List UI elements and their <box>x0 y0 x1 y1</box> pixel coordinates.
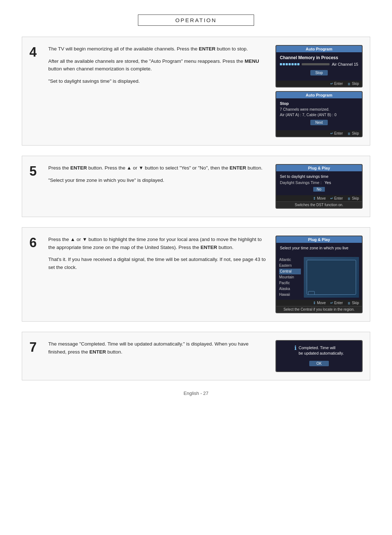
tv-footer-move-label-dst: Move <box>317 196 326 200</box>
step-5-text: Press the ENTER button. Press the ▲ or ▼… <box>48 164 267 209</box>
step-7-screens: ℹ Completed. Time willbe updated automat… <box>275 340 363 372</box>
dot-3 <box>286 63 288 65</box>
tv-dst-section-label: Set to daylight savings time <box>280 174 358 179</box>
section-4: 4 The TV will begin memorizing all of th… <box>22 37 370 146</box>
tv-title-auto-program-1: Auto Program <box>276 46 362 52</box>
page-title: Operation <box>175 17 217 23</box>
tz-alaska: Alaska <box>279 286 301 292</box>
page-number: English - 27 <box>184 391 209 396</box>
tv-footer-move-label-tz: Move <box>317 301 326 305</box>
step-4-para-1: The TV will begin memorizing all of the … <box>48 45 267 53</box>
tv-footer-1: ↵ Enter ⫼ Skip <box>276 81 362 87</box>
tv-footer-enter-2: ↵ Enter <box>330 131 343 135</box>
tv-channel-memory-label: Channel Memory in Process <box>280 55 358 60</box>
tv-footer-tz: ⇕ Move ↵ Enter ⫼ Skip <box>276 300 362 306</box>
tv-ant-info: Air (ANT A) : 7, Cable (ANT B) : 0 <box>280 113 358 117</box>
move-icon-tz: ⇕ <box>313 301 316 305</box>
tv-screen-auto-program-2: Auto Program Stop 7 Channels were memori… <box>275 91 363 137</box>
tv-stop-button: Stop <box>310 70 328 75</box>
step-6-text: Press the ▲ or ▼ button to highlight the… <box>48 236 267 313</box>
tv-screen-dst: Plug & Play Set to daylight savings time… <box>275 164 363 209</box>
tv-body-2: Stop 7 Channels were memorized. Air (ANT… <box>276 98 362 130</box>
section-6: 6 Press the ▲ or ▼ button to highlight t… <box>22 227 370 322</box>
tv-stop-label: Stop <box>280 101 358 106</box>
header-box: Operation <box>138 15 254 26</box>
enter-icon: ↵ <box>330 82 333 86</box>
dot-1 <box>280 63 282 65</box>
step-4-content: The TV will begin memorizing all of the … <box>48 45 363 137</box>
step-number-6: 6 <box>29 236 40 313</box>
tv-body-tz-header: Select your time zone in which you live <box>276 243 362 255</box>
skip-icon-2: ⫼ <box>347 131 351 135</box>
step-4-screens: Auto Program Channel Memory in Process <box>275 45 363 137</box>
tv-footer-skip: ⫼ Skip <box>347 82 359 86</box>
tv-footer-enter-dst: ↵ Enter <box>330 196 343 200</box>
tv-screen-completed: ℹ Completed. Time willbe updated automat… <box>275 340 363 372</box>
tv-tz-section-label: Select your time zone in which you live <box>280 246 358 250</box>
tv-dst-note: Switches the DST function on. <box>276 201 362 208</box>
map-us <box>304 257 359 298</box>
page-footer: English - 27 <box>22 391 370 396</box>
tv-footer-skip-2: ⫼ Skip <box>347 131 359 135</box>
tv-progress-dots <box>280 63 299 65</box>
tv-footer-enter-label-dst: Enter <box>334 196 343 200</box>
tv-title-plug-play-1: Plug & Play <box>276 165 362 171</box>
dot-6 <box>294 63 297 65</box>
tv-footer-enter: ↵ Enter <box>330 82 343 86</box>
tv-footer-enter-label-2: Enter <box>334 131 343 135</box>
tv-footer-2: ↵ Enter ⫼ Skip <box>276 130 362 136</box>
tv-tz-map <box>304 257 359 298</box>
tv-footer-enter-tz: ↵ Enter <box>330 301 343 305</box>
skip-icon-dst: ⫼ <box>347 196 351 200</box>
tv-footer-enter-label-tz: Enter <box>334 301 343 305</box>
tv-title-plug-play-2: Plug & Play <box>276 236 362 243</box>
step-5-para-2: "Select your time zone in which you live… <box>48 176 267 184</box>
skip-icon-1: ⫼ <box>347 82 351 86</box>
tz-eastern: Eastern <box>279 263 301 269</box>
tv-footer-skip-label-tz: Skip <box>352 301 359 305</box>
tz-atlantic: Atlantic <box>279 257 301 263</box>
tv-daylight-row: Daylight Savings Time : Yes <box>280 180 358 185</box>
step-4-para-2: After all the available channels are sto… <box>48 57 267 73</box>
tv-footer-dst: ⇕ Move ↵ Enter ⫼ Skip <box>276 195 362 201</box>
tv-progress-bar <box>302 63 330 65</box>
dot-5 <box>291 63 294 65</box>
tv-progress-row: Air Channel 15 <box>280 62 358 66</box>
enter-icon-2: ↵ <box>330 131 333 135</box>
tv-footer-skip-label-dst: Skip <box>352 196 359 200</box>
tv-footer-move-tz: ⇕ Move <box>313 301 326 305</box>
tv-footer-skip-dst: ⫼ Skip <box>347 196 359 200</box>
dot-7 <box>297 63 299 65</box>
enter-icon-dst: ↵ <box>330 196 333 200</box>
step-number-4: 4 <box>29 46 40 137</box>
step-6-screens: Plug & Play Select your time zone in whi… <box>275 236 363 313</box>
map-hawaii <box>308 291 315 295</box>
tv-next-button: Next <box>310 120 328 125</box>
tv-body-dst: Set to daylight savings time Daylight Sa… <box>276 171 362 195</box>
tv-next-btn-row: Next <box>280 118 358 127</box>
step-7-para-1: The message "Completed. Time will be upd… <box>48 340 267 356</box>
tv-tz-body: Atlantic Eastern Central Mountain Pacifi… <box>276 255 362 300</box>
step-6-content: Press the ▲ or ▼ button to highlight the… <box>48 236 363 313</box>
tz-hawaii: Hawaii <box>279 292 301 298</box>
step-4-text: The TV will begin memorizing all of the … <box>48 45 267 137</box>
step-7-content: The message "Completed. Time will be upd… <box>48 340 363 372</box>
tz-pacific: Pacific <box>279 280 301 286</box>
tv-footer-skip-label-2: Skip <box>352 131 359 135</box>
map-us-shape <box>307 260 356 295</box>
step-5-screens: Plug & Play Set to daylight savings time… <box>275 164 363 209</box>
tv-footer-skip-tz: ⫼ Skip <box>347 301 359 305</box>
dot-4 <box>289 63 291 65</box>
step-5-content: Press the ENTER button. Press the ▲ or ▼… <box>48 164 363 209</box>
tv-no-btn-row: No <box>280 187 358 192</box>
tv-title-auto-program-2: Auto Program <box>276 92 362 98</box>
tv-screen-tz: Plug & Play Select your time zone in whi… <box>275 236 363 313</box>
step-4-para-3: "Set to daylight savings time" is displa… <box>48 77 267 85</box>
step-number-5: 5 <box>29 165 40 209</box>
tv-footer-move-dst: ⇕ Move <box>313 196 326 200</box>
tv-completed-msg: ℹ Completed. Time willbe updated automat… <box>294 345 344 356</box>
tz-mountain: Mountain <box>279 274 301 280</box>
tv-completed-body: ℹ Completed. Time willbe updated automat… <box>276 341 362 371</box>
tv-tz-note: Select the Central if you locate in the … <box>276 306 362 313</box>
tv-footer-enter-label: Enter <box>334 82 343 86</box>
